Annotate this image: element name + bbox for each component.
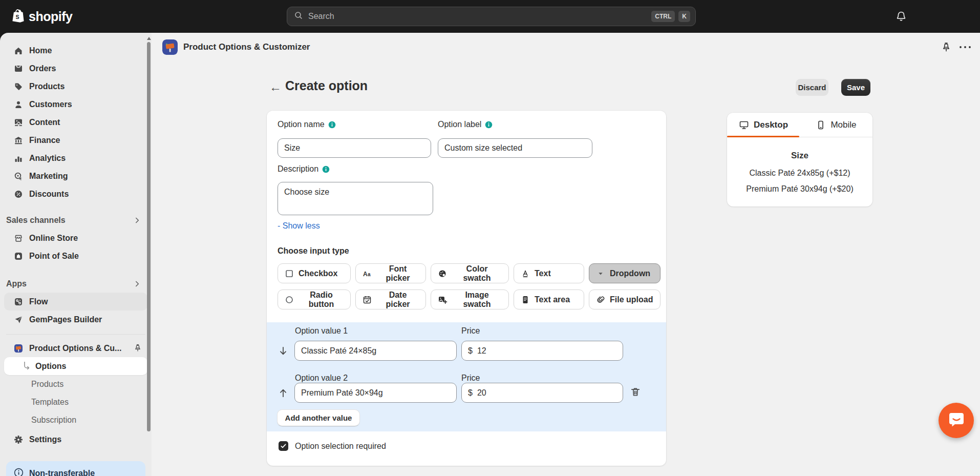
apps-header[interactable]: Apps	[0, 275, 152, 293]
input-type-image-swatch[interactable]: Image swatch	[431, 289, 509, 309]
bell-icon[interactable]	[895, 10, 907, 23]
show-less-link[interactable]: - Show less	[278, 221, 320, 231]
input-type-date-picker[interactable]: Date picker	[355, 289, 426, 309]
sidebar-item-flow[interactable]: Flow	[4, 293, 147, 311]
option-label-input[interactable]	[438, 138, 592, 158]
preview-option-value[interactable]: Classic Paté 24x85g (+$12)	[727, 165, 872, 181]
option-value-1-input[interactable]	[294, 341, 457, 361]
info-tooltip-icon[interactable]	[328, 120, 336, 129]
tab-desktop[interactable]: Desktop	[727, 113, 800, 137]
sidebar-item-discounts[interactable]: Discounts	[4, 185, 147, 203]
option-name-input[interactable]	[278, 138, 431, 158]
input-type-file-upload[interactable]: File upload	[589, 289, 661, 309]
monitor-icon	[739, 120, 749, 130]
sidebar-item-app-products[interactable]: Products	[4, 375, 147, 393]
gempages-icon	[13, 315, 24, 325]
tab-mobile[interactable]: Mobile	[800, 113, 872, 137]
price-1-input[interactable]	[477, 346, 616, 356]
sidebar-item-gempages[interactable]: GemPages Builder	[4, 311, 147, 328]
info-circle-icon	[13, 467, 24, 476]
save-button[interactable]: Save	[841, 79, 870, 96]
move-up-icon[interactable]	[277, 387, 289, 399]
sidebar-item-label: Point of Sale	[29, 252, 79, 261]
phone-icon	[816, 120, 826, 130]
info-tooltip-icon[interactable]	[484, 120, 493, 129]
search-placeholder: Search	[308, 12, 648, 21]
description-label: Description	[278, 164, 318, 174]
option-name-label-row: Option name	[278, 120, 336, 129]
search-input[interactable]: Search CTRL K	[287, 7, 696, 26]
input-type-text-area[interactable]: Text area	[514, 289, 584, 309]
sidebar-item-analytics[interactable]: Analytics	[4, 149, 147, 167]
choose-input-type-label: Choose input type	[278, 246, 349, 256]
document-lines-icon	[520, 295, 530, 305]
required-checkbox[interactable]	[279, 441, 288, 451]
discard-button[interactable]: Discard	[796, 79, 828, 96]
sidebar-item-product-options-app[interactable]: Product Options & Cu...	[4, 339, 147, 357]
input-type-color-swatch[interactable]: Color swatch	[431, 263, 509, 283]
kbd-k: K	[678, 11, 690, 22]
sidebar-item-finance[interactable]: Finance	[4, 131, 147, 149]
sidebar-item-settings[interactable]: Settings	[4, 430, 147, 448]
percent-badge-icon	[13, 189, 24, 199]
input-type-font-picker[interactable]: Aa Font picker	[355, 263, 426, 283]
sidebar-item-orders[interactable]: Orders	[4, 59, 147, 77]
sidebar-item-marketing[interactable]: Marketing	[4, 167, 147, 185]
option-value-2-input[interactable]	[294, 383, 457, 403]
scrollbar-thumb[interactable]	[147, 42, 151, 431]
sidebar-item-options[interactable]: Options	[4, 357, 147, 375]
price-2-input[interactable]	[477, 388, 616, 398]
add-another-value-button[interactable]: Add another value	[277, 409, 360, 426]
palette-icon	[437, 268, 448, 279]
move-down-icon[interactable]	[277, 345, 289, 357]
option-name-label: Option name	[278, 120, 325, 129]
input-type-row-1: Checkbox Aa Font picker Color swatch Tex…	[278, 263, 661, 283]
sidebar-bottom: Settings Non-transferable	[0, 423, 152, 476]
info-tooltip-icon[interactable]	[322, 165, 330, 174]
price-1-field[interactable]: $	[461, 341, 623, 361]
shopify-bag-icon: S	[11, 8, 25, 25]
option-label-label-row: Option label	[438, 120, 493, 129]
more-actions-icon[interactable]	[958, 43, 972, 51]
sidebar-item-online-store[interactable]: Online Store	[4, 229, 147, 247]
sidebar-item-label: Product Options & Cu...	[29, 344, 127, 353]
chat-launcher-button[interactable]	[939, 403, 974, 438]
input-type-row-2: Radio button Date picker Image swatch Te…	[278, 289, 661, 309]
input-type-checkbox[interactable]: Checkbox	[278, 263, 351, 283]
preview-option-value[interactable]: Premium Paté 30x94g (+$20)	[727, 181, 872, 197]
sales-channels-header[interactable]: Sales channels	[0, 211, 152, 229]
non-transferable-notice[interactable]: Non-transferable	[6, 461, 145, 476]
input-type-text[interactable]: Text	[514, 263, 584, 283]
input-type-radio-button[interactable]: Radio button	[278, 289, 351, 309]
sidebar-scrollbar[interactable]	[146, 37, 151, 442]
delete-value-icon[interactable]	[629, 386, 642, 398]
tag-icon	[13, 81, 24, 92]
price-2-field[interactable]: $	[461, 383, 623, 403]
search-icon	[293, 10, 304, 23]
sidebar-item-content[interactable]: Content	[4, 113, 147, 131]
active-tab-underline	[727, 136, 799, 137]
back-arrow-icon[interactable]: ←	[267, 78, 284, 96]
product-options-app-icon	[13, 343, 24, 354]
scrollbar-up-arrow-icon[interactable]	[147, 37, 151, 40]
kbd-ctrl: CTRL	[651, 11, 675, 22]
description-textarea[interactable]: Choose size	[278, 182, 433, 215]
sidebar-item-point-of-sale[interactable]: Point of Sale	[4, 247, 147, 265]
sidebar-item-label: Content	[29, 118, 60, 127]
sidebar-item-label: Orders	[29, 64, 56, 73]
pin-icon[interactable]	[133, 343, 143, 354]
description-label-row: Description	[278, 164, 330, 174]
sidebar-item-label: Customers	[29, 100, 72, 109]
pin-icon[interactable]	[941, 42, 952, 53]
sidebar-item-label: Options	[35, 362, 66, 371]
sidebar-divider	[6, 334, 145, 335]
sidebar-item-customers[interactable]: Customers	[4, 95, 147, 113]
sidebar-item-app-templates[interactable]: Templates	[4, 393, 147, 411]
tab-label: Desktop	[754, 120, 788, 130]
currency-symbol: $	[468, 388, 473, 398]
sidebar-item-home[interactable]: Home	[4, 42, 147, 59]
shopify-logo[interactable]: S shopify	[11, 0, 72, 33]
sidebar-item-products[interactable]: Products	[4, 77, 147, 95]
input-type-dropdown[interactable]: Dropdown	[589, 263, 661, 283]
svg-text:A: A	[363, 270, 368, 277]
